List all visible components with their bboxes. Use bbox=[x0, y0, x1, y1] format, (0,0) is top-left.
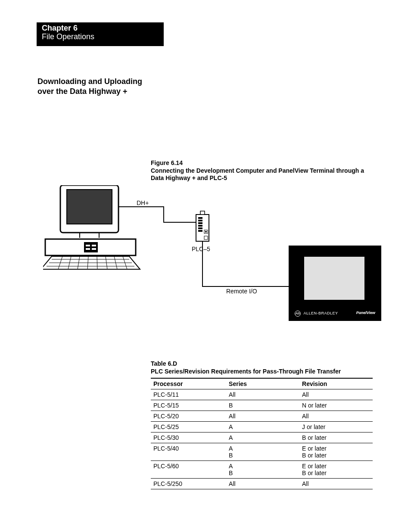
col-header-series: Series bbox=[226, 378, 299, 389]
svg-rect-27 bbox=[198, 225, 202, 227]
cell-revision: All bbox=[299, 411, 373, 422]
figure-caption-text: Connecting the Development Computer and … bbox=[151, 167, 364, 182]
panelview-brand: ALLEN-BRADLEY bbox=[304, 311, 338, 315]
label-remote-io: Remote I/O bbox=[226, 288, 257, 295]
svg-rect-5 bbox=[84, 242, 98, 252]
figure-number: Figure 6.14 bbox=[151, 159, 375, 167]
label-dhplus: DH+ bbox=[137, 199, 149, 206]
table-row: PLC-5/30 A B or later bbox=[151, 432, 373, 443]
figure-caption: Figure 6.14 Connecting the Development C… bbox=[151, 159, 375, 182]
svg-rect-29 bbox=[198, 230, 202, 232]
svg-rect-32 bbox=[204, 236, 208, 240]
cell-series: A bbox=[226, 422, 299, 432]
remote-io-wire bbox=[202, 241, 289, 286]
cell-revision: J or later bbox=[299, 422, 373, 432]
cell-processor: PLC-5/20 bbox=[151, 411, 226, 422]
plc5-icon bbox=[196, 211, 209, 241]
svg-point-31 bbox=[205, 231, 207, 233]
cell-series: A B bbox=[226, 461, 299, 479]
panelview-terminal-icon: AB ALLEN-BRADLEY PanelView bbox=[289, 246, 381, 321]
table-caption: Table 6.D PLC Series/Revision Requiremen… bbox=[151, 360, 373, 375]
panelview-model: PanelView bbox=[356, 311, 375, 317]
cell-revision: B or later bbox=[299, 432, 373, 443]
cell-processor: PLC-5/60 bbox=[151, 461, 226, 479]
svg-rect-23 bbox=[200, 211, 205, 215]
svg-rect-28 bbox=[198, 227, 202, 229]
cell-series: A bbox=[226, 432, 299, 443]
chapter-title: Chapter 6 bbox=[42, 24, 164, 33]
cell-series: All bbox=[226, 389, 299, 400]
svg-rect-26 bbox=[198, 222, 202, 224]
table-row: PLC-5/25 A J or later bbox=[151, 422, 373, 432]
cell-revision: E or later B or later bbox=[299, 461, 373, 479]
cell-processor: PLC-5/25 bbox=[151, 422, 226, 432]
svg-rect-1 bbox=[67, 190, 112, 224]
allen-bradley-logo-icon: AB bbox=[295, 311, 301, 317]
table-row: PLC-5/40 A B E or later B or later bbox=[151, 443, 373, 461]
cell-series: A B bbox=[226, 443, 299, 461]
table-row: PLC-5/20 All All bbox=[151, 411, 373, 422]
table-row: PLC-5/250 All All bbox=[151, 479, 373, 489]
svg-rect-24 bbox=[198, 217, 202, 219]
cell-processor: PLC-5/11 bbox=[151, 389, 226, 400]
cell-revision: All bbox=[299, 479, 373, 489]
dhplus-wire bbox=[118, 207, 202, 222]
svg-rect-8 bbox=[86, 248, 90, 250]
col-header-processor: Processor bbox=[151, 378, 226, 389]
section-heading: Downloading and Uploading over the Data … bbox=[37, 77, 142, 96]
table-number: Table 6.D bbox=[151, 360, 177, 367]
cell-revision: E or later B or later bbox=[299, 443, 373, 461]
col-header-revision: Revision bbox=[299, 378, 373, 389]
svg-rect-25 bbox=[198, 220, 202, 221]
table-header-row: Processor Series Revision bbox=[151, 378, 373, 389]
cell-series: All bbox=[226, 479, 299, 489]
cell-revision: N or later bbox=[299, 400, 373, 411]
cell-processor: PLC-5/15 bbox=[151, 400, 226, 411]
table-block: Table 6.D PLC Series/Revision Requiremen… bbox=[151, 360, 373, 489]
cell-processor: PLC-5/40 bbox=[151, 443, 226, 461]
computer-icon bbox=[43, 185, 140, 269]
svg-rect-7 bbox=[92, 245, 96, 246]
table-row: PLC-5/60 A B E or later B or later bbox=[151, 461, 373, 479]
svg-rect-6 bbox=[86, 245, 90, 246]
panelview-screen bbox=[300, 252, 369, 304]
panelview-footer: AB ALLEN-BRADLEY PanelView bbox=[290, 311, 380, 317]
cell-processor: PLC-5/30 bbox=[151, 432, 226, 443]
table-row: PLC-5/15 B N or later bbox=[151, 400, 373, 411]
cell-series: B bbox=[226, 400, 299, 411]
plc-requirements-table: Processor Series Revision PLC-5/11 All A… bbox=[151, 378, 373, 489]
label-plc5: PLC–5 bbox=[192, 246, 210, 252]
cell-series: All bbox=[226, 411, 299, 422]
table-row: PLC-5/11 All All bbox=[151, 389, 373, 400]
cell-processor: PLC-5/250 bbox=[151, 479, 226, 489]
table-caption-text: PLC Series/Revision Requirements for Pas… bbox=[151, 368, 341, 375]
cell-revision: All bbox=[299, 389, 373, 400]
chapter-header: Chapter 6 File Operations bbox=[37, 22, 164, 46]
svg-rect-9 bbox=[92, 248, 96, 250]
chapter-subtitle: File Operations bbox=[42, 33, 164, 41]
